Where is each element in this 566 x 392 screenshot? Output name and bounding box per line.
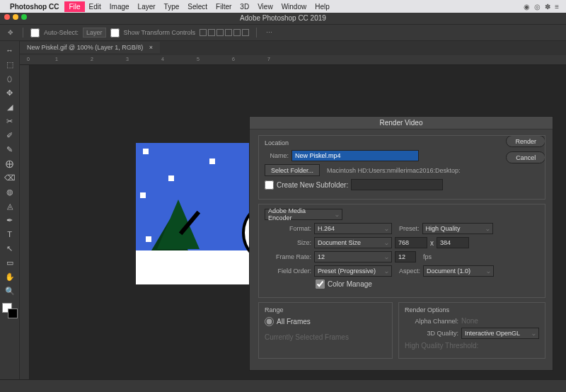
auto-select-label: Auto-Select: (44, 29, 79, 36)
menu-file[interactable]: File (64, 1, 84, 12)
align-icon[interactable] (200, 29, 207, 36)
brush-tool-icon[interactable]: ✎ (2, 143, 18, 156)
snowflake-icon (168, 175, 174, 181)
all-frames-radio[interactable] (265, 317, 274, 326)
dialog-title: Render Video (250, 117, 553, 129)
document-tabs: New Piskel.gif @ 100% (Layer 1, RGB/8) × (20, 41, 160, 54)
menu-3d[interactable]: 3D (236, 1, 253, 12)
menu-select[interactable]: Select (183, 1, 212, 12)
align-icon[interactable] (225, 29, 232, 36)
align-icon[interactable] (233, 29, 241, 36)
name-input[interactable] (291, 150, 419, 161)
aspect-label: Aspect: (399, 267, 420, 275)
encoder-group: Adobe Media Encoder Format: H.264 Preset… (258, 204, 545, 298)
encoder-dropdown[interactable]: Adobe Media Encoder (265, 209, 342, 220)
auto-select-checkbox[interactable] (30, 28, 40, 38)
quick-select-tool-icon[interactable]: ✥ (2, 86, 18, 99)
menu-edit[interactable]: Edit (85, 1, 105, 12)
select-folder-button[interactable]: Select Folder... (265, 164, 320, 176)
snowflake-icon (209, 158, 215, 164)
preset-dropdown[interactable]: High Quality (422, 223, 493, 234)
preset-label: Preset: (399, 225, 420, 232)
zoom-window-button[interactable] (21, 14, 27, 20)
format-label: Format: (265, 225, 311, 232)
stamp-tool-icon[interactable]: ⨁ (2, 157, 18, 170)
alpha-channel-value: None (461, 317, 478, 325)
size-label: Size: (265, 239, 311, 246)
snowflake-icon (143, 149, 149, 154)
field-order-dropdown[interactable]: Preset (Progressive) (314, 265, 392, 277)
x-label: x (430, 239, 434, 247)
move-tool-icon[interactable]: ↔ (2, 44, 18, 57)
auto-select-dropdown[interactable]: Layer (83, 28, 106, 38)
all-frames-label: All Frames (277, 318, 311, 325)
ruler-vertical (20, 65, 30, 379)
menu-layer[interactable]: Layer (134, 1, 160, 12)
menu-image[interactable]: Image (105, 1, 134, 12)
type-tool-icon[interactable]: T (2, 228, 18, 241)
eraser-tool-icon[interactable]: ⌫ (2, 171, 18, 184)
hq-threshold-label: High Quality Threshold: (405, 342, 478, 350)
aspect-dropdown[interactable]: Document (1.0) (423, 265, 494, 277)
3d-quality-dropdown[interactable]: Interactive OpenGL (461, 328, 539, 339)
status-icon-3[interactable]: ✽ (545, 3, 550, 11)
dodge-tool-icon[interactable]: ◬ (2, 200, 18, 212)
color-manage-checkbox[interactable] (316, 279, 325, 289)
frame-rate-dropdown[interactable]: 12 (314, 251, 392, 263)
menu-window[interactable]: Window (277, 1, 311, 12)
crop-tool-icon[interactable]: ◢ (2, 100, 18, 113)
size-dropdown[interactable]: Document Size (314, 237, 392, 248)
width-input[interactable] (395, 237, 427, 248)
background-color[interactable] (8, 309, 18, 318)
document-tab-label: New Piskel.gif @ 100% (Layer 1, RGB/8) (27, 44, 143, 51)
tools-panel: ↔ ⬚ ⬯ ✥ ◢ ✂ ✐ ✎ ⨁ ⌫ ◍ ◬ ✒ T ↖ ▭ ✋ 🔍 (0, 41, 20, 379)
menu-filter[interactable]: Filter (212, 1, 236, 12)
lasso-tool-icon[interactable]: ⬯ (2, 72, 18, 85)
hand-tool-icon[interactable]: ✋ (2, 270, 18, 283)
shape-tool-icon[interactable]: ▭ (2, 256, 18, 269)
align-icon[interactable] (216, 29, 224, 36)
marquee-tool-icon[interactable]: ⬚ (2, 58, 18, 71)
align-icon[interactable] (242, 29, 249, 36)
close-window-button[interactable] (4, 14, 10, 20)
status-icon-4[interactable]: ≡ (555, 3, 559, 11)
close-tab-icon[interactable]: × (149, 44, 153, 51)
status-icon-2[interactable]: ◎ (534, 3, 541, 11)
create-subfolder-checkbox[interactable] (265, 180, 274, 190)
gradient-tool-icon[interactable]: ◍ (2, 185, 18, 198)
minimize-window-button[interactable] (13, 14, 18, 20)
location-label: Location (265, 139, 490, 146)
menu-view[interactable]: View (253, 1, 277, 12)
path-select-tool-icon[interactable]: ↖ (2, 242, 18, 255)
healing-tool-icon[interactable]: ✐ (2, 129, 18, 142)
frame-rate-input[interactable] (395, 251, 416, 263)
height-input[interactable] (437, 237, 469, 248)
status-icon-1[interactable]: ◉ (524, 3, 530, 11)
eyedropper-tool-icon[interactable]: ✂ (2, 115, 18, 127)
location-group: Location Name: Select Folder... Macintos… (258, 135, 545, 200)
snowflake-icon (140, 192, 146, 198)
show-transform-label: Show Transform Controls (124, 29, 196, 36)
align-icon[interactable] (208, 29, 215, 36)
create-subfolder-label: Create New Subfolder: (277, 181, 348, 189)
art-tree (157, 200, 200, 249)
move-tool-icon: ✥ (6, 28, 16, 38)
zoom-tool-icon[interactable]: 🔍 (2, 284, 18, 297)
format-dropdown[interactable]: H.264 (314, 223, 392, 234)
app-name: Photoshop CC (10, 3, 59, 11)
menu-type[interactable]: Type (160, 1, 184, 12)
distribute-icon[interactable]: ⋯ (264, 28, 274, 38)
document-tab[interactable]: New Piskel.gif @ 100% (Layer 1, RGB/8) × (20, 42, 160, 53)
alpha-channel-label: Alpha Channel: (405, 318, 458, 325)
mac-menubar: Photoshop CC File Edit Image Layer Type … (0, 0, 566, 13)
currently-selected-frames-label: Currently Selected Frames (265, 333, 349, 341)
render-video-dialog: Render Video Render Cancel Location Name… (249, 116, 553, 371)
color-swatches[interactable] (2, 303, 18, 318)
range-label: Range (265, 306, 386, 313)
range-group: Range All Frames Currently Selected Fram… (258, 302, 393, 359)
window-title: Adobe Photoshop CC 2019 (240, 14, 326, 22)
pen-tool-icon[interactable]: ✒ (2, 214, 18, 226)
align-icons (200, 29, 249, 36)
show-transform-checkbox[interactable] (110, 28, 120, 38)
menu-help[interactable]: Help (311, 1, 334, 12)
